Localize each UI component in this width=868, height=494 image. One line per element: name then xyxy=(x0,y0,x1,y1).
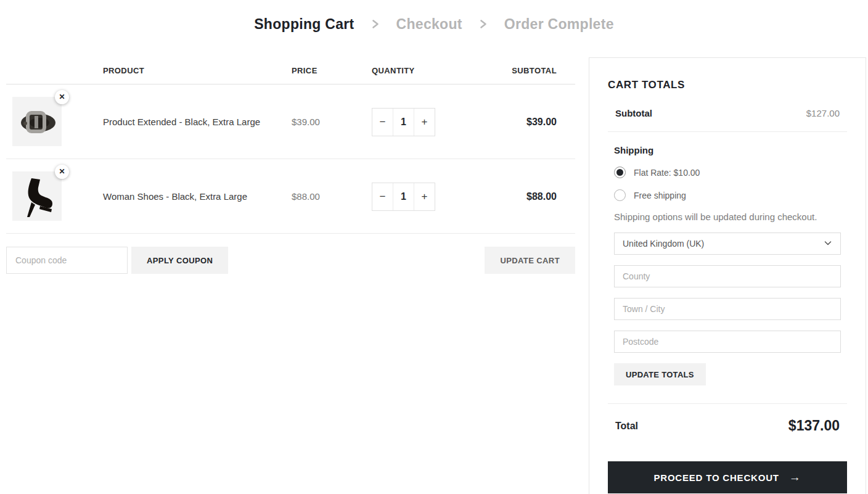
shipping-option-label: Flat Rate: $10.00 xyxy=(634,168,700,178)
arrow-right-icon: → xyxy=(789,471,801,484)
cart-table-header: PRODUCT PRICE QUANTITY SUBTOTAL xyxy=(6,57,575,84)
country-selected-value: United Kingdom (UK) xyxy=(623,239,704,249)
line-subtotal: $39.00 xyxy=(478,117,575,128)
shipping-option-flat-rate[interactable]: Flat Rate: $10.00 xyxy=(614,167,841,178)
product-price: $88.00 xyxy=(292,191,372,202)
cart-totals-title: CART TOTALS xyxy=(608,79,847,91)
chevron-right-icon xyxy=(478,19,488,29)
quantity-stepper: − 1 + xyxy=(372,108,435,136)
column-header-subtotal: SUBTOTAL xyxy=(478,66,575,75)
cart-row-woman-shoes: ✕ Woman Shoes - Black, Extra Large $88.0… xyxy=(6,159,575,234)
radio-unselected-icon[interactable] xyxy=(614,189,626,201)
cart-items-table: PRODUCT PRICE QUANTITY SUBTOTAL ✕ xyxy=(6,57,575,274)
quantity-decrease-button[interactable]: − xyxy=(372,183,393,210)
shoe-photo-illustration xyxy=(12,171,62,221)
county-input[interactable] xyxy=(614,265,841,287)
shopping-cart-page: Shopping Cart Checkout Order Complete PR… xyxy=(0,0,868,494)
postcode-input[interactable] xyxy=(614,331,841,353)
shipping-option-free-shipping[interactable]: Free shipping xyxy=(614,189,841,201)
coupon-code-input[interactable] xyxy=(6,247,128,274)
product-name[interactable]: Product Extended - Black, Extra Large xyxy=(103,117,292,127)
breadcrumb-checkout[interactable]: Checkout xyxy=(396,16,462,33)
chevron-down-icon xyxy=(824,239,832,249)
update-cart-button[interactable]: UPDATE CART xyxy=(485,247,575,274)
quantity-increase-button[interactable]: + xyxy=(414,183,435,210)
shipping-note: Shipping options will be updated during … xyxy=(614,212,841,222)
breadcrumb-order-complete: Order Complete xyxy=(504,16,614,33)
column-header-quantity: QUANTITY xyxy=(372,66,478,75)
product-thumbnail-cell: ✕ xyxy=(6,84,103,159)
chevron-right-icon xyxy=(371,19,380,29)
remove-item-button[interactable]: ✕ xyxy=(55,165,69,179)
quantity-stepper: − 1 + xyxy=(372,183,435,211)
product-price: $39.00 xyxy=(292,117,372,127)
cart-row-product-extended: ✕ Product Extended - Black, Extra Large … xyxy=(6,84,575,159)
shipping-title: Shipping xyxy=(614,145,841,155)
quantity-decrease-button[interactable]: − xyxy=(372,109,393,136)
belt-product-image[interactable] xyxy=(12,97,62,146)
total-label: Total xyxy=(615,421,638,432)
line-subtotal: $88.00 xyxy=(478,191,575,202)
coupon-bar: APPLY COUPON UPDATE CART xyxy=(6,247,575,274)
quantity-increase-button[interactable]: + xyxy=(414,109,435,136)
subtotal-label: Subtotal xyxy=(615,108,652,118)
proceed-to-checkout-button[interactable]: PROCEED TO CHECKOUT → xyxy=(608,461,847,493)
column-header-product: PRODUCT xyxy=(103,66,292,75)
update-totals-button[interactable]: UPDATE TOTALS xyxy=(614,363,706,385)
country-select[interactable]: United Kingdom (UK) xyxy=(614,233,841,255)
subtotal-value: $127.00 xyxy=(806,108,840,118)
apply-coupon-button[interactable]: APPLY COUPON xyxy=(131,247,228,274)
cart-totals-panel: CART TOTALS Subtotal $127.00 Shipping Fl… xyxy=(589,57,866,494)
total-row: Total $137.00 xyxy=(608,418,847,434)
product-name[interactable]: Woman Shoes - Black, Extra Large xyxy=(103,191,292,202)
product-thumbnail-cell: ✕ xyxy=(6,159,103,234)
breadcrumb-shopping-cart[interactable]: Shopping Cart xyxy=(254,16,354,33)
belt-photo-illustration xyxy=(12,97,62,146)
breadcrumb: Shopping Cart Checkout Order Complete xyxy=(0,0,868,48)
shipping-option-label: Free shipping xyxy=(634,191,686,200)
totals-divider xyxy=(608,403,847,404)
subtotal-row: Subtotal $127.00 xyxy=(608,108,847,132)
column-header-price: PRICE xyxy=(292,66,372,75)
town-city-input[interactable] xyxy=(614,298,841,320)
total-value: $137.00 xyxy=(788,418,840,434)
shoe-product-image[interactable] xyxy=(12,171,62,221)
proceed-to-checkout-label: PROCEED TO CHECKOUT xyxy=(653,472,779,483)
radio-selected-icon[interactable] xyxy=(614,167,626,178)
quantity-value[interactable]: 1 xyxy=(393,109,414,136)
remove-item-button[interactable]: ✕ xyxy=(55,90,69,104)
quantity-value[interactable]: 1 xyxy=(393,183,414,210)
